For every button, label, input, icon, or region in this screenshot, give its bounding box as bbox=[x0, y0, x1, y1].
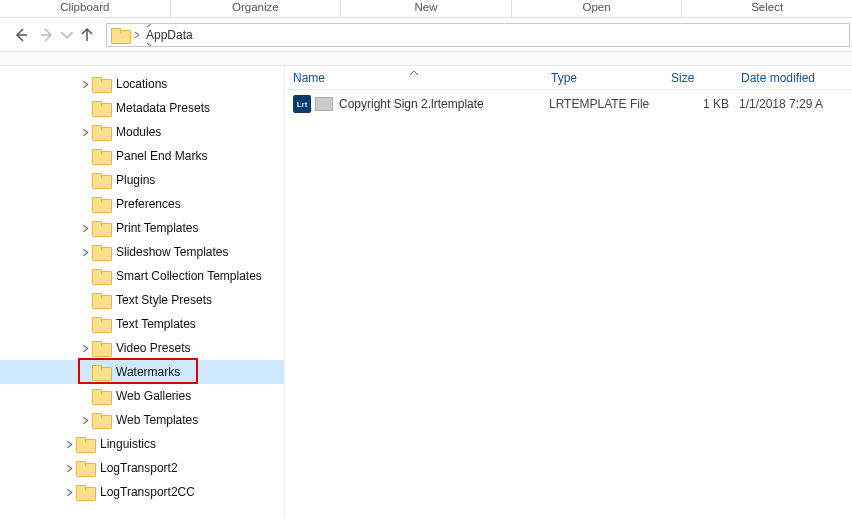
tree-item[interactable]: Panel End Marks bbox=[0, 144, 284, 168]
tree-item-label: Print Templates bbox=[116, 221, 198, 235]
tree-item-label: Modules bbox=[116, 125, 161, 139]
folder-icon bbox=[92, 221, 110, 235]
tree-item-label: Watermarks bbox=[116, 365, 180, 379]
tree-item-label: Metadata Presets bbox=[116, 101, 210, 115]
tree-item-label: Plugins bbox=[116, 173, 155, 187]
folder-icon bbox=[76, 485, 94, 499]
lrtemplate-icon: Lrt bbox=[293, 95, 311, 113]
file-row[interactable]: LrtCopyright Sign 2.lrtemplateLRTEMPLATE… bbox=[285, 90, 852, 118]
up-button[interactable] bbox=[74, 22, 100, 48]
folder-icon bbox=[92, 245, 110, 259]
expand-chevron-icon[interactable] bbox=[78, 128, 92, 137]
tree-item[interactable]: Modules bbox=[0, 120, 284, 144]
column-header-date[interactable]: Date modified bbox=[733, 71, 852, 85]
chevron-right-icon[interactable] bbox=[131, 31, 143, 39]
tree-item-label: Text Style Presets bbox=[116, 293, 212, 307]
expand-chevron-icon[interactable] bbox=[78, 80, 92, 89]
folder-icon bbox=[92, 125, 110, 139]
tree-item[interactable]: Web Templates bbox=[0, 408, 284, 432]
folder-icon bbox=[92, 317, 110, 331]
tree-item[interactable]: Print Templates bbox=[0, 216, 284, 240]
folder-icon bbox=[92, 149, 110, 163]
tree-item-label: Locations bbox=[116, 77, 167, 91]
tree-item[interactable]: Text Templates bbox=[0, 312, 284, 336]
file-list-pane: Name Type Size Date modified LrtCopyrigh… bbox=[285, 66, 852, 519]
tree-item-label: Linguistics bbox=[100, 437, 156, 451]
forward-button[interactable] bbox=[34, 22, 60, 48]
file-type: LRTEMPLATE File bbox=[549, 97, 669, 111]
file-list[interactable]: LrtCopyright Sign 2.lrtemplateLRTEMPLATE… bbox=[285, 90, 852, 118]
tree-item-label: LogTransport2 bbox=[100, 461, 178, 475]
back-button[interactable] bbox=[8, 22, 34, 48]
tree-item-label: LogTransport2CC bbox=[100, 485, 195, 499]
file-date: 1/1/2018 7:29 A bbox=[739, 97, 823, 111]
sort-indicator-icon bbox=[285, 70, 543, 76]
tree-item[interactable]: Web Galleries bbox=[0, 384, 284, 408]
tree-item[interactable]: Text Style Presets bbox=[0, 288, 284, 312]
tree-item[interactable]: Slideshow Templates bbox=[0, 240, 284, 264]
folder-icon bbox=[92, 293, 110, 307]
expand-chevron-icon[interactable] bbox=[78, 248, 92, 257]
folder-icon bbox=[92, 365, 110, 379]
expand-chevron-icon[interactable] bbox=[78, 344, 92, 353]
folder-icon bbox=[76, 437, 94, 451]
tree-item-label: Panel End Marks bbox=[116, 149, 207, 163]
file-name: Copyright Sign 2.lrtemplate bbox=[339, 97, 549, 111]
folder-icon bbox=[92, 389, 110, 403]
ribbon-label-clipboard: Clipboard bbox=[0, 0, 170, 17]
ribbon-section-labels: Clipboard Organize New Open Select bbox=[0, 0, 852, 18]
column-header-size[interactable]: Size bbox=[663, 71, 733, 85]
file-thumbnail bbox=[315, 97, 333, 111]
expand-chevron-icon[interactable] bbox=[62, 488, 76, 497]
folder-icon bbox=[92, 269, 110, 283]
folder-tree[interactable]: LocationsMetadata PresetsModulesPanel En… bbox=[0, 66, 285, 519]
file-size: 1 KB bbox=[669, 97, 739, 111]
tree-item-label: Slideshow Templates bbox=[116, 245, 229, 259]
tree-item-label: Web Galleries bbox=[116, 389, 191, 403]
tree-item-label: Web Templates bbox=[116, 413, 198, 427]
folder-icon bbox=[92, 197, 110, 211]
tree-item-label: Video Presets bbox=[116, 341, 191, 355]
history-dropdown[interactable] bbox=[60, 22, 74, 48]
tree-item[interactable]: Preferences bbox=[0, 192, 284, 216]
main-area: LocationsMetadata PresetsModulesPanel En… bbox=[0, 66, 852, 519]
expand-chevron-icon[interactable] bbox=[62, 440, 76, 449]
folder-icon bbox=[92, 413, 110, 427]
breadcrumb[interactable]: AppData bbox=[143, 28, 240, 42]
column-header-type[interactable]: Type bbox=[543, 71, 663, 85]
tree-item[interactable]: LogTransport2CC bbox=[0, 480, 284, 504]
navigation-bar: This PC(C:) C Local DiskUsersAppDataRoam… bbox=[0, 18, 852, 52]
tree-item-label: Text Templates bbox=[116, 317, 196, 331]
chevron-right-icon[interactable] bbox=[143, 42, 240, 47]
tree-item[interactable]: Plugins bbox=[0, 168, 284, 192]
ribbon-label-organize: Organize bbox=[171, 0, 341, 17]
tree-item[interactable]: Locations bbox=[0, 72, 284, 96]
ribbon-label-select: Select bbox=[682, 0, 852, 17]
folder-icon bbox=[111, 26, 129, 44]
expand-chevron-icon[interactable] bbox=[62, 464, 76, 473]
tree-item[interactable]: Smart Collection Templates bbox=[0, 264, 284, 288]
ribbon-label-open: Open bbox=[512, 0, 682, 17]
column-headers: Name Type Size Date modified bbox=[285, 66, 852, 90]
folder-icon bbox=[92, 173, 110, 187]
tree-item[interactable]: Watermarks bbox=[0, 360, 284, 384]
tree-item[interactable]: Metadata Presets bbox=[0, 96, 284, 120]
folder-icon bbox=[76, 461, 94, 475]
arrow-up-icon bbox=[79, 27, 95, 43]
tree-item[interactable]: Video Presets bbox=[0, 336, 284, 360]
tree-item[interactable]: Linguistics bbox=[0, 432, 284, 456]
arrow-right-icon bbox=[39, 27, 55, 43]
folder-icon bbox=[92, 341, 110, 355]
tree-item-label: Preferences bbox=[116, 197, 181, 211]
expand-chevron-icon[interactable] bbox=[78, 224, 92, 233]
toolbar-spacer bbox=[0, 52, 852, 66]
chevron-down-icon bbox=[60, 27, 74, 43]
ribbon-label-new: New bbox=[341, 0, 511, 17]
folder-icon bbox=[92, 77, 110, 91]
tree-item[interactable]: LogTransport2 bbox=[0, 456, 284, 480]
expand-chevron-icon[interactable] bbox=[78, 416, 92, 425]
folder-icon bbox=[92, 101, 110, 115]
address-bar[interactable]: This PC(C:) C Local DiskUsersAppDataRoam… bbox=[106, 23, 850, 47]
arrow-left-icon bbox=[13, 27, 29, 43]
column-header-name[interactable]: Name bbox=[285, 71, 543, 85]
